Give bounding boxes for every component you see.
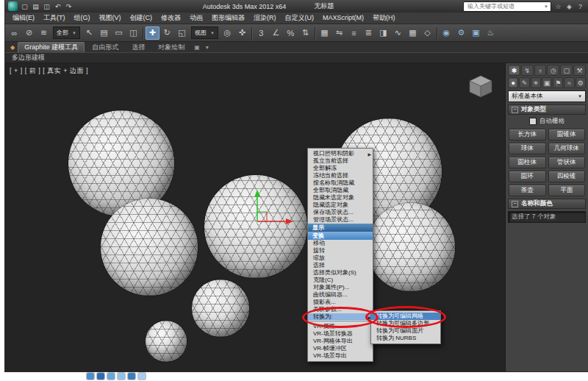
graphite-toggle-icon[interactable]: ◨ xyxy=(376,26,390,40)
torus-button[interactable]: 圆环 xyxy=(509,171,546,182)
context-menu-item[interactable]: 管理场景状态... xyxy=(308,216,373,224)
context-menu-item[interactable]: 保存场景状态... xyxy=(308,209,373,216)
schematic-view-icon[interactable]: ◇ xyxy=(420,26,434,40)
select-and-move-icon[interactable]: ✚ xyxy=(146,26,159,40)
3ds-max-logo-icon[interactable] xyxy=(8,1,18,11)
select-by-name-icon[interactable]: ▤ xyxy=(97,26,111,40)
favorites-star-icon[interactable]: ☆ xyxy=(553,2,563,11)
context-menu-item[interactable]: 旋转 xyxy=(308,247,373,254)
box-button[interactable]: 长方体 xyxy=(509,129,546,140)
context-item-convert-to-nurbs[interactable]: 转换为 NURBS xyxy=(371,335,440,342)
context-menu-item[interactable]: 对象属性(P)... xyxy=(308,284,373,291)
context-menu-item[interactable]: 摄影表... xyxy=(308,299,373,306)
panel-tab-utilities-icon[interactable]: ⚒ xyxy=(573,65,586,76)
tab-graphite-modeling[interactable]: Graphite 建模工具 xyxy=(18,42,85,52)
context-menu-item[interactable]: 曲线编辑器... xyxy=(308,291,373,299)
context-menu-item[interactable]: VR-场景转换器 xyxy=(308,330,373,338)
ribbon-panel-icon[interactable]: ▣ xyxy=(192,43,202,52)
cone-button[interactable]: 圆锥体 xyxy=(548,129,586,140)
curve-editor-icon[interactable]: ∿ xyxy=(391,26,405,40)
context-menu-item[interactable]: 选择 xyxy=(308,262,373,269)
mirror-icon[interactable]: ⇋ xyxy=(332,26,346,40)
context-menu-item[interactable]: 冻结当前选择 xyxy=(308,172,373,179)
menu-rendering[interactable]: 渲染(R) xyxy=(249,13,281,24)
menu-edit[interactable]: 编辑(E) xyxy=(8,13,39,24)
tab-freeform[interactable]: 自由形式 xyxy=(86,43,124,52)
unlink-selection-icon[interactable]: ⊘ xyxy=(22,26,36,40)
category-helpers-icon[interactable]: ⚑ xyxy=(553,77,563,88)
taskbar-icon[interactable] xyxy=(128,373,135,380)
context-menu-item[interactable]: VR-场景导出 xyxy=(308,352,373,360)
context-item-viewport-lighting[interactable]: 视口照明和阴影▶ xyxy=(308,150,373,157)
menu-help[interactable]: 帮助(H) xyxy=(368,13,400,24)
render-production-icon[interactable]: ♨ xyxy=(484,26,498,40)
panel-tab-display-icon[interactable]: ▢ xyxy=(560,65,573,76)
context-menu-item[interactable]: VR-网格体导出 xyxy=(308,338,373,345)
ribbon-minimize-icon[interactable]: ▾ xyxy=(204,43,211,52)
snap-toggle-3d-icon[interactable]: 3 xyxy=(254,26,268,40)
context-menu-item[interactable]: 全部取消隐藏 xyxy=(308,187,373,194)
context-menu-item[interactable]: VR-帧缓冲区 xyxy=(308,345,373,352)
redo-icon[interactable]: ↷ xyxy=(64,2,74,11)
menu-maxscript[interactable]: MAXScript(M) xyxy=(318,13,368,24)
search-dropdown-icon[interactable]: ▼ xyxy=(544,4,548,9)
cylinder-button[interactable]: 圆柱体 xyxy=(509,157,546,168)
material-editor-icon[interactable]: ◉ xyxy=(440,26,453,40)
panel-tab-modify-icon[interactable]: ↯ xyxy=(521,65,534,76)
viewport-geosphere[interactable] xyxy=(101,199,198,296)
plane-button[interactable]: 平面 xyxy=(548,185,586,196)
select-and-rotate-icon[interactable]: ↻ xyxy=(160,26,174,40)
tube-button[interactable]: 管状体 xyxy=(548,157,586,168)
panel-tab-hierarchy-icon[interactable]: ♁ xyxy=(534,65,547,76)
menu-create[interactable]: 创建(C) xyxy=(126,13,157,24)
communication-center-icon[interactable]: ◈ xyxy=(564,2,574,11)
context-menu-item[interactable]: 隐藏未选定对象 xyxy=(308,194,373,202)
rendered-frame-icon[interactable]: ▣ xyxy=(469,26,483,40)
object-type-rollout[interactable]: − 对象类型 xyxy=(508,104,586,115)
context-menu-item[interactable]: 选择类似对象(S) xyxy=(308,269,373,277)
context-item-convert-to-editable-patch[interactable]: 转换为可编辑面片 xyxy=(371,327,440,335)
tab-object-paint[interactable]: 对象绘制 xyxy=(152,43,190,52)
taskbar-icon[interactable] xyxy=(97,373,104,380)
percent-snap-icon[interactable]: % xyxy=(284,26,298,40)
layer-manager-icon[interactable]: ≣ xyxy=(362,26,376,40)
reference-coordinate-dropdown[interactable]: 视图▼ xyxy=(191,26,218,39)
dope-sheet-icon[interactable]: ▦ xyxy=(406,26,420,40)
menu-tools[interactable]: 工具(T) xyxy=(39,13,70,24)
menu-modifiers[interactable]: 修改器 xyxy=(157,13,185,24)
context-menu-item[interactable]: 按名称取消隐藏 xyxy=(308,179,373,187)
context-menu-item[interactable]: 孤立当前选择 xyxy=(308,157,373,165)
viewcube[interactable] xyxy=(467,75,495,99)
tab-selection[interactable]: 选择 xyxy=(126,43,151,52)
align-icon[interactable]: ≡ xyxy=(347,26,361,40)
select-and-link-icon[interactable]: ∞ xyxy=(7,26,21,40)
angle-snap-icon[interactable]: ∠ xyxy=(269,26,283,40)
context-menu-item[interactable]: 移动 xyxy=(308,240,373,247)
use-pivot-center-icon[interactable]: ◎ xyxy=(220,26,234,40)
window-crossing-icon[interactable]: ◫ xyxy=(126,26,140,40)
search-input[interactable] xyxy=(466,2,542,10)
selection-region-icon[interactable]: ▭ xyxy=(112,26,126,40)
help-icon[interactable]: ? xyxy=(576,2,585,11)
new-scene-icon[interactable]: ▢ xyxy=(20,2,29,11)
save-file-icon[interactable]: ◫ xyxy=(42,2,51,11)
autogrid-checkbox[interactable] xyxy=(529,118,537,125)
select-and-manipulate-icon[interactable]: ✜ xyxy=(235,26,249,40)
render-setup-icon[interactable]: ⚙ xyxy=(454,26,468,40)
taskbar-icon[interactable] xyxy=(118,373,125,380)
named-selection-sets-icon[interactable]: ▦ xyxy=(318,26,331,40)
name-and-color-rollout[interactable]: − 名称和颜色 xyxy=(508,199,586,209)
selection-filter-dropdown[interactable]: 全部▼ xyxy=(53,26,80,39)
category-spacewarps-icon[interactable]: ≈ xyxy=(564,77,574,88)
category-cameras-icon[interactable]: ▣ xyxy=(542,77,552,88)
sphere-button[interactable]: 球体 xyxy=(509,143,546,154)
select-and-scale-icon[interactable]: ◱ xyxy=(175,26,189,40)
primitive-type-dropdown[interactable]: 标准基本体 ▼ xyxy=(508,90,586,102)
spinner-snap-icon[interactable]: ⇅ xyxy=(298,26,312,40)
polygon-modeling-panel-label[interactable]: 多边形建模 xyxy=(12,53,45,63)
menu-graph-editors[interactable]: 图形编辑器 xyxy=(207,13,249,24)
menu-views[interactable]: 视图(V) xyxy=(95,13,126,24)
teapot-button[interactable]: 茶壶 xyxy=(509,185,546,196)
viewport[interactable]: [ + ] [ 前 ] [ 真实 + 边面 ] 视口照明和阴影▶孤立当前选择全部… xyxy=(5,63,506,371)
menu-group[interactable]: 组(G) xyxy=(70,13,95,24)
